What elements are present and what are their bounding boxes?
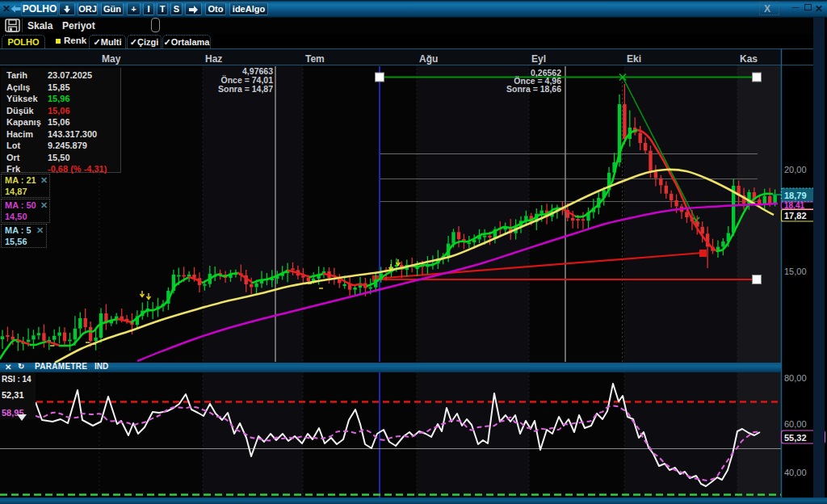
- svg-text:Tem: Tem: [305, 53, 325, 65]
- svg-text:18,41: 18,41: [784, 201, 804, 210]
- svg-text:40,00: 40,00: [784, 468, 807, 477]
- svg-text:Ağu: Ağu: [419, 53, 438, 65]
- svg-text:Sonra = 18,66: Sonra = 18,66: [506, 84, 561, 94]
- svg-text:17,82: 17,82: [784, 211, 807, 220]
- svg-text:80,00: 80,00: [784, 373, 807, 383]
- svg-text:18,79: 18,79: [784, 191, 807, 200]
- svg-text:20,00: 20,00: [784, 165, 807, 174]
- svg-text:May: May: [102, 53, 121, 65]
- svg-text:Eki: Eki: [627, 53, 641, 65]
- svg-text:Eyl: Eyl: [531, 53, 546, 65]
- svg-text:Kas: Kas: [740, 53, 758, 65]
- svg-text:60,00: 60,00: [784, 419, 807, 429]
- svg-text:Sonra = 14,87: Sonra = 14,87: [218, 84, 273, 94]
- svg-text:55,32: 55,32: [784, 433, 807, 443]
- svg-text:Haz: Haz: [205, 53, 222, 65]
- svg-text:15,00: 15,00: [784, 267, 807, 276]
